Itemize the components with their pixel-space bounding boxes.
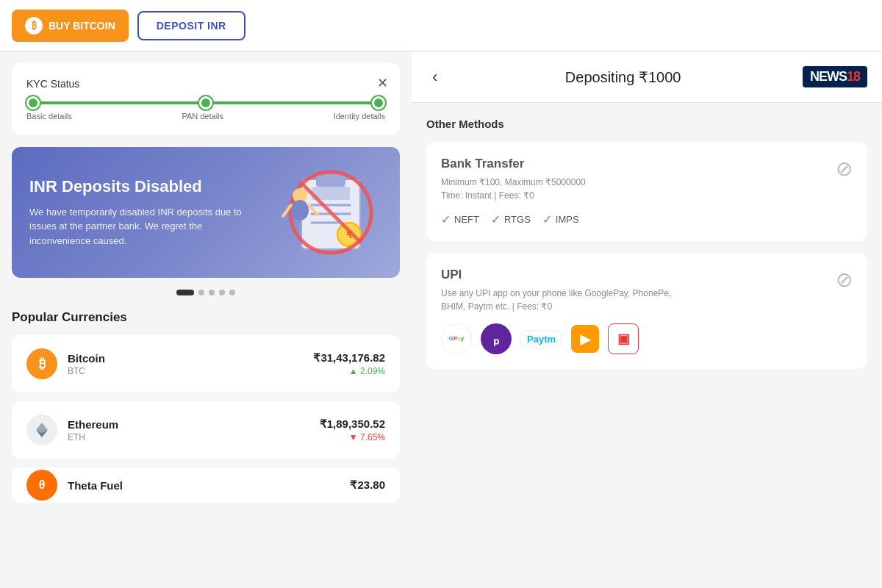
- bitcoin-symbol: BTC: [68, 366, 303, 376]
- bank-transfer-card[interactable]: Bank Transfer Minimum ₹100, Maximum ₹500…: [426, 142, 867, 241]
- amazon-pay-logo: ▶: [571, 325, 599, 353]
- back-button[interactable]: ‹: [426, 65, 443, 90]
- inr-banner-text: INR Deposits Disabled We have temporaril…: [29, 177, 265, 248]
- bitcoin-change: ▲ 2.09%: [313, 366, 385, 376]
- neft-check-icon: ✓: [441, 212, 451, 226]
- bank-transfer-title: Bank Transfer: [441, 157, 853, 171]
- kyc-title: KYC Status: [26, 78, 385, 90]
- bitcoin-name: Bitcoin: [68, 352, 303, 365]
- progress-labels: Basic details PAN details Identity detai…: [26, 112, 385, 121]
- right-content: Other Methods Bank Transfer Minimum ₹100…: [412, 103, 882, 395]
- bank-transfer-badges: ✓ NEFT ✓ RTGS ✓ IMPS: [441, 212, 853, 226]
- bitcoin-icon: ₿: [26, 348, 57, 379]
- progress-label-pan: PAN details: [182, 112, 223, 121]
- inr-banner-title: INR Deposits Disabled: [29, 177, 265, 196]
- bitcoin-info: Bitcoin BTC: [68, 352, 303, 376]
- right-panel: ‹ Depositing ₹1000 NEWS18 Other Methods …: [412, 51, 882, 588]
- ethereum-name: Ethereum: [68, 418, 309, 431]
- theta-icon: θ: [26, 470, 57, 501]
- left-panel: KYC Status ✕ Basic details PAN details I…: [0, 51, 412, 588]
- app-header: ₿ BUY BITCOIN DEPOSIT INR: [0, 0, 882, 51]
- upi-disabled-icon: ⊘: [836, 268, 853, 292]
- upi-card[interactable]: UPI Use any UPI app on your phone like G…: [426, 253, 867, 369]
- bank-transfer-disabled-icon: ⊘: [836, 157, 853, 181]
- svg-rect-1: [316, 173, 345, 187]
- imps-check-icon: ✓: [542, 212, 552, 226]
- buy-bitcoin-button[interactable]: ₿ BUY BITCOIN: [12, 10, 129, 42]
- rtgs-badge: ✓ RTGS: [491, 212, 531, 226]
- inr-banner-description: We have temporarily disabled INR deposit…: [29, 205, 265, 248]
- bank-transfer-desc: Minimum ₹100, Maximum ₹5000000 Time: Ins…: [441, 176, 853, 202]
- imps-badge: ✓ IMPS: [542, 212, 579, 226]
- kyc-progress-container: [26, 101, 385, 104]
- ethereum-change: ▼ 7.65%: [320, 432, 385, 442]
- progress-dots: [26, 96, 385, 110]
- kyc-close-button[interactable]: ✕: [377, 75, 388, 91]
- kyc-card: KYC Status ✕ Basic details PAN details I…: [12, 63, 400, 135]
- theta-price: ₹23.80: [350, 478, 385, 492]
- carousel-dot-5[interactable]: [229, 290, 235, 295]
- carousel-dot-1[interactable]: [176, 290, 194, 295]
- news18-logo: NEWS18: [803, 66, 867, 87]
- upi-title: UPI: [441, 268, 853, 282]
- carousel-dot-3[interactable]: [209, 290, 215, 295]
- progress-dot-identity: [372, 96, 385, 110]
- deposit-inr-button[interactable]: DEPOSIT INR: [137, 11, 245, 40]
- paytm-logo: Paytm: [520, 330, 562, 348]
- carousel-dot-2[interactable]: [198, 290, 204, 295]
- progress-label-basic: Basic details: [26, 112, 72, 121]
- phonepe-logo: ₚ: [481, 323, 512, 354]
- neft-badge: ✓ NEFT: [441, 212, 479, 226]
- other-methods-label: Other Methods: [426, 118, 867, 130]
- popular-currencies-title: Popular Currencies: [12, 310, 400, 325]
- theta-info: Theta Fuel: [68, 479, 340, 492]
- inr-illustration: ₹: [279, 165, 382, 260]
- upi-desc: Use any UPI app on your phone like Googl…: [441, 287, 853, 313]
- currency-card-theta[interactable]: θ Theta Fuel ₹23.80: [12, 467, 400, 503]
- progress-label-identity: Identity details: [334, 112, 385, 121]
- btc-icon: ₿: [25, 17, 43, 35]
- bitcoin-price: ₹31,43,176.82 ▲ 2.09%: [313, 351, 385, 376]
- ethereum-amount: ₹1,89,350.52: [320, 417, 385, 431]
- depositing-title: Depositing ₹1000: [565, 68, 681, 86]
- theta-amount: ₹23.80: [350, 478, 385, 492]
- upi-logos: GPay ₚ Paytm ▶ ▣: [441, 323, 853, 354]
- carousel-dot-4[interactable]: [219, 290, 225, 295]
- progress-dot-pan: [199, 96, 212, 110]
- ethereum-info: Ethereum ETH: [68, 418, 309, 442]
- main-content: KYC Status ✕ Basic details PAN details I…: [0, 51, 882, 588]
- inr-deposits-banner: INR Deposits Disabled We have temporaril…: [12, 147, 400, 278]
- bhim-logo: ▣: [608, 323, 639, 354]
- currency-card-bitcoin[interactable]: ₿ Bitcoin BTC ₹31,43,176.82 ▲ 2.09%: [12, 335, 400, 392]
- right-header: ‹ Depositing ₹1000 NEWS18: [412, 51, 882, 103]
- svg-point-11: [291, 200, 309, 220]
- ethereum-price: ₹1,89,350.52 ▼ 7.65%: [320, 417, 385, 442]
- ethereum-icon: [26, 415, 57, 445]
- rtgs-check-icon: ✓: [491, 212, 501, 226]
- header-left: ₿ BUY BITCOIN DEPOSIT INR: [12, 10, 870, 42]
- theta-name: Theta Fuel: [68, 479, 340, 492]
- gpay-logo: GPay: [441, 323, 472, 354]
- progress-dot-basic: [26, 96, 40, 110]
- currency-card-ethereum[interactable]: Ethereum ETH ₹1,89,350.52 ▼ 7.65%: [12, 401, 400, 459]
- carousel-dots: [12, 290, 400, 295]
- ethereum-symbol: ETH: [68, 432, 309, 442]
- bitcoin-amount: ₹31,43,176.82: [313, 351, 385, 365]
